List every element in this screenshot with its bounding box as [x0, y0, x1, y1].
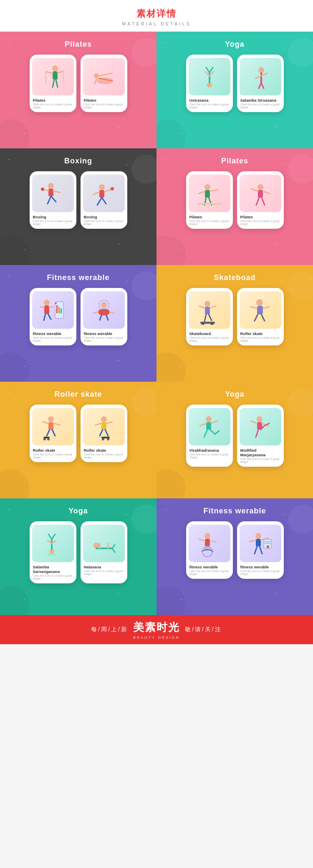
svg-line-129	[112, 548, 115, 552]
svg-rect-131	[205, 539, 210, 546]
svg-line-21	[255, 76, 261, 78]
phone-screen	[189, 408, 230, 445]
svg-line-75	[209, 314, 212, 320]
panel-pilates1: ~~~~Pilates PilatesClick the icon to cre…	[0, 32, 156, 148]
phone-card[interactable]: fitness werableClick the icon to create …	[186, 521, 233, 579]
panel-title-yoga1: Yoga	[162, 40, 308, 49]
svg-line-22	[261, 73, 267, 76]
phone-screen	[189, 525, 230, 562]
svg-line-72	[199, 306, 205, 308]
phone-card[interactable]: PilatesClick the icon to create a good s…	[186, 171, 233, 229]
card-label: Boxing	[32, 215, 74, 219]
svg-line-18	[210, 68, 213, 73]
svg-rect-33	[99, 190, 104, 198]
phone-card[interactable]: PilatesClick the icon to create a good s…	[237, 171, 284, 229]
phone-card[interactable]: Roller skateClick the icon to create a g…	[237, 288, 284, 345]
card-sub: Click the icon to create a good shape.	[189, 453, 230, 459]
svg-line-90	[52, 430, 55, 436]
svg-line-96	[96, 423, 101, 425]
svg-line-108	[210, 430, 215, 434]
svg-point-64	[98, 309, 110, 315]
cards-row-fitness2: fitness werableClick the icon to create …	[162, 521, 308, 579]
footer-left: 每/周/上/新	[91, 626, 128, 633]
svg-point-63	[101, 302, 107, 308]
card-label: Roller skate	[240, 331, 281, 336]
card-label: Salamba Sarvangasana	[32, 565, 74, 574]
svg-line-54	[40, 307, 44, 308]
phone-screen	[83, 525, 125, 562]
svg-line-10	[99, 73, 112, 76]
phone-card[interactable]: Salamba SarvangasanaClick the icon to cr…	[30, 521, 76, 583]
card-label: Skateboard	[189, 331, 230, 336]
svg-point-28	[41, 188, 44, 191]
svg-point-46	[257, 184, 263, 190]
svg-rect-61	[61, 308, 62, 313]
card-label: Pilates	[189, 215, 230, 219]
phone-card[interactable]: fitness werableClick the icon to create …	[237, 521, 284, 579]
svg-line-106	[211, 421, 217, 423]
svg-line-23	[259, 83, 261, 88]
panel-fitness1: ~~~~Fitness werable fitness werableClick…	[0, 265, 156, 382]
svg-line-114	[256, 430, 258, 437]
svg-line-68	[106, 315, 108, 320]
card-sub: Click the icon to create a good shape.	[83, 453, 125, 459]
phone-card[interactable]: HalasanaClick the icon to create a good …	[81, 521, 127, 583]
phone-card[interactable]: Roller skateClick the icon to create a g…	[30, 405, 76, 462]
phone-screen	[83, 175, 125, 212]
phone-card[interactable]: Roller skateClick the icon to create a g…	[81, 405, 127, 462]
svg-line-49	[263, 191, 270, 194]
svg-line-2	[46, 72, 53, 73]
phone-card[interactable]: fitness werableClick the icon to create …	[30, 288, 76, 345]
svg-line-48	[251, 189, 258, 191]
cards-row-yoga3: Salamba SarvangasanaClick the icon to cr…	[5, 521, 151, 583]
phone-card[interactable]: UstrasanaClick the icon to create a good…	[186, 55, 233, 112]
phone-card[interactable]: PilatesClick the icon to create a good s…	[81, 55, 127, 112]
svg-rect-95	[101, 422, 106, 430]
phone-card[interactable]: SkateboardClick the icon to create a goo…	[186, 288, 233, 345]
phone-screen	[189, 175, 230, 212]
panel-pilates2: ~~~~Pilates PilatesClick the icon to cre…	[156, 148, 313, 265]
footer-center: 美素时光 BEAUTY DESIGN	[133, 620, 180, 640]
phone-screen	[32, 525, 74, 562]
panel-grid: ~~~~Pilates PilatesClick the icon to cre…	[0, 32, 313, 615]
svg-line-122	[52, 534, 55, 539]
phone-card[interactable]: Salamba SirsasanaClick the icon to creat…	[237, 55, 284, 112]
card-label: Ustrasana	[189, 98, 230, 103]
card-label: Roller skate	[83, 448, 125, 453]
svg-line-132	[199, 539, 205, 541]
svg-point-52	[44, 300, 50, 305]
svg-line-56	[44, 314, 45, 320]
card-label: Pilates	[83, 98, 125, 103]
phone-card[interactable]: fitness werableClick the icon to create …	[81, 288, 127, 345]
phone-card[interactable]: VirabhadrasanaClick the icon to create a…	[186, 405, 233, 467]
svg-point-137	[255, 533, 261, 539]
card-label: fitness werable	[189, 565, 230, 569]
phone-card[interactable]: BoxingClick the icon to create a good sh…	[30, 171, 76, 229]
svg-rect-59	[56, 305, 58, 313]
svg-point-39	[204, 184, 210, 190]
svg-point-25	[48, 183, 54, 189]
phone-screen	[189, 291, 230, 329]
phone-screen	[189, 58, 230, 95]
phone-card[interactable]: BoxingClick the icon to create a good sh…	[81, 171, 127, 229]
card-label: Pilates	[240, 215, 281, 219]
svg-point-130	[204, 533, 210, 539]
svg-point-0	[52, 65, 58, 71]
phone-card[interactable]: PilatesClick the icon to create a good s…	[30, 55, 76, 112]
svg-line-87	[43, 422, 48, 423]
phone-screen	[32, 291, 74, 329]
svg-rect-60	[58, 307, 60, 313]
card-sub: Click the icon to create a good shape.	[83, 220, 125, 225]
panel-title-pilates2: Pilates	[162, 157, 308, 165]
panel-yoga2: ~~~~Yoga VirabhadrasanaClick the icon to…	[156, 382, 313, 498]
svg-point-101	[102, 438, 104, 440]
svg-point-8	[94, 73, 99, 78]
svg-point-146	[267, 545, 269, 548]
phone-card[interactable]: Modified MarjaryasanaClick the icon to c…	[237, 405, 284, 467]
card-sub: Click the icon to create a good shape.	[240, 220, 281, 225]
card-sub: Click the icon to create a good shape.	[32, 574, 74, 580]
phone-screen	[32, 408, 74, 445]
svg-line-24	[261, 83, 264, 88]
svg-rect-40	[205, 190, 210, 198]
card-label: fitness werable	[240, 565, 281, 569]
